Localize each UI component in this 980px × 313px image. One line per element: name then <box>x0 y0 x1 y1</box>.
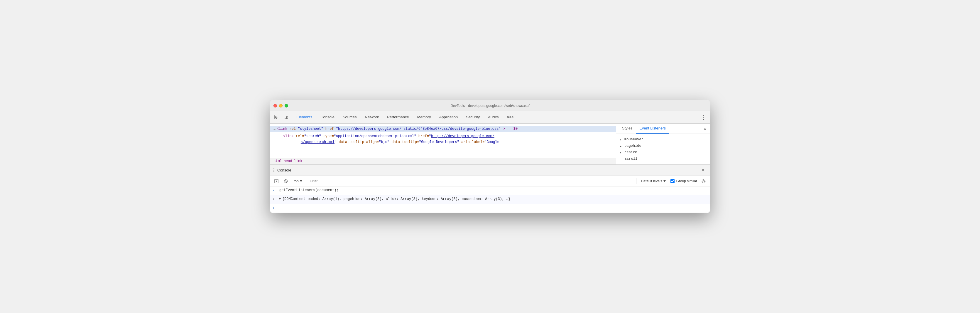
minimize-button[interactable] <box>279 104 283 107</box>
event-mouseover[interactable]: ▶ mouseover <box>620 136 706 143</box>
group-similar-checkbox-label[interactable]: Group similar <box>669 179 698 183</box>
tab-axe[interactable]: aXe <box>503 111 517 123</box>
breadcrumb: html head link <box>270 158 616 164</box>
code-content-1: <link rel="stylesheet" href="https://dev… <box>277 126 517 132</box>
event-pagehide[interactable]: ▶ pagehide <box>620 143 706 149</box>
output-prompt: ‹ <box>272 196 277 203</box>
ban-icon <box>284 179 288 183</box>
console-title: Console <box>277 168 291 172</box>
traffic-lights <box>274 104 288 107</box>
tab-performance[interactable]: Performance <box>383 111 413 123</box>
group-similar-checkbox[interactable] <box>670 179 675 183</box>
console-header: Console × <box>270 165 710 176</box>
device-toggle-button[interactable] <box>282 113 290 121</box>
breadcrumb-html[interactable]: html <box>274 159 282 163</box>
styles-panel: Styles Event Listeners » ▶ mouseover ▶ p… <box>616 124 710 164</box>
dom-line-2[interactable]: <link rel="search" type="application/ope… <box>270 133 616 145</box>
console-output: › getEventListeners(document); ‹ ▶ {DOMC… <box>270 187 710 212</box>
breadcrumb-head[interactable]: head <box>284 159 292 163</box>
inspect-element-button[interactable] <box>272 113 280 121</box>
expand-icon: ▶ <box>620 138 623 141</box>
play-icon <box>274 179 278 183</box>
right-panel-tabs: Styles Event Listeners » <box>616 124 710 134</box>
main-toolbar: Elements Console Sources Network Perform… <box>270 111 710 124</box>
event-resize[interactable]: ▶ resize <box>620 149 706 156</box>
tab-elements[interactable]: Elements <box>292 111 316 123</box>
console-output-row[interactable]: ‹ ▶ {DOMContentLoaded: Array(1), pagehid… <box>270 195 710 204</box>
tab-network[interactable]: Network <box>361 111 383 123</box>
console-section: Console × top <box>270 164 710 212</box>
breadcrumb-link[interactable]: link <box>294 159 302 163</box>
device-icon <box>283 115 288 120</box>
console-input-row[interactable]: › getEventListeners(document); <box>270 187 710 195</box>
event-listeners-content: ▶ mouseover ▶ pagehide ▶ resize —— scrol… <box>616 134 710 164</box>
svg-marker-4 <box>276 180 277 182</box>
elements-panel: … <link rel="stylesheet" href="https://d… <box>270 124 616 164</box>
console-toolbar: top Default levels Group similar <box>270 176 710 187</box>
window-title: DevTools - developers.google.com/web/sho… <box>450 104 529 108</box>
divider <box>636 178 636 184</box>
expand-icon: ▶ <box>620 144 623 147</box>
toolbar-icons <box>272 113 290 121</box>
gear-icon <box>701 179 706 184</box>
console-close-button[interactable]: × <box>700 167 706 174</box>
maximize-button[interactable] <box>285 104 288 107</box>
title-bar: DevTools - developers.google.com/web/sho… <box>270 100 710 111</box>
chevron-down-icon <box>663 180 666 182</box>
dom-line-1[interactable]: … <link rel="stylesheet" href="https://d… <box>270 126 616 132</box>
execute-button[interactable] <box>272 177 280 185</box>
ellipsis: … <box>274 126 275 132</box>
svg-rect-1 <box>287 117 288 119</box>
chevron-down-icon <box>300 180 302 182</box>
tab-sources[interactable]: Sources <box>339 111 361 123</box>
context-selector[interactable]: top <box>291 177 305 185</box>
indent-2 <box>274 134 282 139</box>
drag-handle[interactable] <box>274 168 274 172</box>
tab-event-listeners[interactable]: Event Listeners <box>636 124 669 134</box>
tab-application[interactable]: Application <box>435 111 462 123</box>
expand-arrow[interactable]: ▶ <box>279 196 281 201</box>
default-levels-selector[interactable]: Default levels <box>639 177 668 185</box>
tab-styles[interactable]: Styles <box>619 124 636 134</box>
input-prompt: › <box>272 188 277 194</box>
tab-audits[interactable]: Audits <box>484 111 503 123</box>
console-settings-button[interactable] <box>700 177 708 185</box>
dom-tree: … <link rel="stylesheet" href="https://d… <box>270 124 616 158</box>
tab-console[interactable]: Console <box>316 111 339 123</box>
cursor-icon <box>274 115 279 120</box>
empty-prompt: › <box>272 205 277 211</box>
filter-input[interactable] <box>307 177 634 185</box>
code-content-2: <link rel="search" type="application/ope… <box>283 134 500 145</box>
clear-console-button[interactable] <box>282 177 290 185</box>
svg-line-6 <box>285 180 287 182</box>
more-tabs-button[interactable]: ⋮ <box>700 113 708 121</box>
console-empty-row[interactable]: › <box>270 204 710 213</box>
tab-memory[interactable]: Memory <box>413 111 435 123</box>
svg-point-7 <box>703 180 705 182</box>
event-scroll[interactable]: —— scroll <box>620 156 706 162</box>
more-right-tabs-button[interactable]: » <box>703 124 708 134</box>
expand-icon: ▶ <box>620 151 623 154</box>
tab-security[interactable]: Security <box>462 111 484 123</box>
devtools-window: DevTools - developers.google.com/web/sho… <box>270 100 710 212</box>
toolbar-tabs: Elements Console Sources Network Perform… <box>292 111 700 123</box>
output-value: {DOMContentLoaded: Array(1), pagehide: A… <box>282 196 708 202</box>
close-button[interactable] <box>274 104 277 107</box>
